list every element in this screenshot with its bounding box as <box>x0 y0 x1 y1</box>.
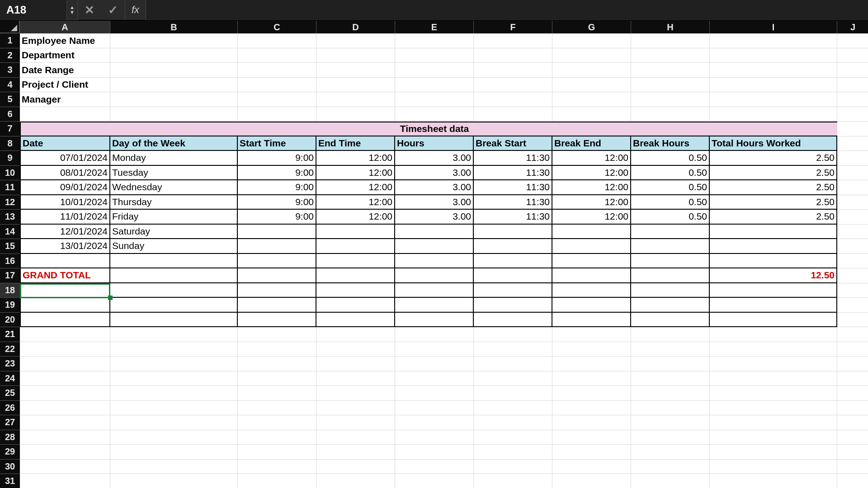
cell[interactable]: 3.00 <box>395 195 474 210</box>
cell[interactable] <box>552 342 631 357</box>
cell[interactable] <box>316 33 395 48</box>
col-header-D[interactable]: D <box>316 21 395 33</box>
cell[interactable] <box>552 371 631 386</box>
cell[interactable] <box>837 268 868 283</box>
cell[interactable]: 12:00 <box>552 210 631 225</box>
cell[interactable]: 9:00 <box>238 151 316 166</box>
cell[interactable] <box>316 225 395 239</box>
cell[interactable] <box>316 78 395 93</box>
cell[interactable] <box>20 327 110 342</box>
cell[interactable] <box>238 357 316 371</box>
cell[interactable] <box>316 92 395 107</box>
cell[interactable] <box>316 268 395 283</box>
cell[interactable]: Tuesday <box>110 166 238 181</box>
cell[interactable] <box>552 107 631 122</box>
cell[interactable] <box>631 92 710 107</box>
cell[interactable] <box>710 445 837 460</box>
cell[interactable] <box>20 357 110 371</box>
grid[interactable]: Employee NameDepartmentDate RangeProject… <box>20 33 868 488</box>
cell[interactable] <box>837 151 868 166</box>
row-header-5[interactable]: 5 <box>0 92 20 107</box>
cell[interactable] <box>395 33 474 48</box>
cell[interactable] <box>631 122 710 136</box>
cell[interactable] <box>837 401 868 416</box>
cell[interactable]: 09/01/2024 <box>20 180 110 195</box>
cell[interactable] <box>552 357 631 371</box>
cell[interactable] <box>710 225 837 239</box>
cell[interactable] <box>238 254 316 269</box>
cell[interactable] <box>631 48 710 63</box>
cell[interactable] <box>837 254 868 269</box>
name-box[interactable]: A18 <box>0 0 67 20</box>
cell[interactable] <box>837 415 868 430</box>
cell[interactable] <box>20 107 110 122</box>
cell[interactable]: Start Time <box>238 136 316 151</box>
cell[interactable]: 9:00 <box>238 166 316 181</box>
col-header-A[interactable]: A <box>20 21 110 33</box>
cell[interactable] <box>474 342 552 357</box>
cell[interactable] <box>837 342 868 357</box>
cell[interactable] <box>395 107 474 122</box>
cell[interactable]: 12:00 <box>316 151 395 166</box>
cell[interactable] <box>316 474 395 488</box>
row-header-25[interactable]: 25 <box>0 386 20 401</box>
cell[interactable] <box>395 327 474 342</box>
cell[interactable] <box>710 474 837 488</box>
cell[interactable] <box>710 386 837 401</box>
cell[interactable] <box>474 63 552 78</box>
col-header-F[interactable]: F <box>474 21 552 33</box>
cell[interactable] <box>238 474 316 488</box>
cell[interactable] <box>631 460 710 474</box>
cell[interactable] <box>631 445 710 460</box>
cell[interactable] <box>110 92 238 107</box>
cell[interactable] <box>631 401 710 416</box>
cell[interactable] <box>710 430 837 445</box>
accept-button[interactable]: ✓ <box>101 0 125 20</box>
cell[interactable] <box>474 33 552 48</box>
cell[interactable] <box>710 357 837 371</box>
row-header-16[interactable]: 16 <box>0 254 20 269</box>
cell[interactable] <box>552 254 631 269</box>
cell[interactable] <box>837 195 868 210</box>
cell[interactable] <box>316 122 395 136</box>
row-header-10[interactable]: 10 <box>0 166 20 181</box>
row-header-8[interactable]: 8 <box>0 136 20 151</box>
cell[interactable] <box>395 298 474 313</box>
fill-handle[interactable] <box>108 296 113 300</box>
cell[interactable] <box>316 445 395 460</box>
cell[interactable] <box>552 33 631 48</box>
cell[interactable]: End Time <box>316 136 395 151</box>
cell[interactable] <box>110 445 238 460</box>
cell[interactable] <box>474 283 552 298</box>
cell[interactable] <box>631 386 710 401</box>
cell[interactable] <box>474 460 552 474</box>
cell[interactable]: 0.50 <box>631 195 710 210</box>
cell[interactable]: Day of the Week <box>110 136 238 151</box>
cell[interactable] <box>110 313 238 328</box>
cell[interactable] <box>474 225 552 239</box>
col-header-G[interactable]: G <box>552 21 631 33</box>
cell[interactable] <box>631 430 710 445</box>
cell[interactable] <box>710 327 837 342</box>
cell[interactable]: Project / Client <box>20 78 110 93</box>
cell[interactable] <box>837 357 868 371</box>
cell[interactable]: Friday <box>110 210 238 225</box>
cell[interactable] <box>837 180 868 195</box>
cell[interactable] <box>20 298 110 313</box>
cell[interactable] <box>474 430 552 445</box>
cell[interactable] <box>395 474 474 488</box>
cell[interactable] <box>238 401 316 416</box>
cell[interactable] <box>552 92 631 107</box>
cell[interactable] <box>20 371 110 386</box>
cell[interactable]: Timesheet data <box>395 122 474 136</box>
cell[interactable] <box>110 298 238 313</box>
cell[interactable] <box>837 298 868 313</box>
cell[interactable] <box>238 460 316 474</box>
cell[interactable]: 3.00 <box>395 180 474 195</box>
cell[interactable] <box>631 254 710 269</box>
cell[interactable] <box>710 254 837 269</box>
cell[interactable] <box>837 430 868 445</box>
row-header-1[interactable]: 1 <box>0 33 20 48</box>
cell[interactable] <box>552 283 631 298</box>
cell[interactable]: Monday <box>110 151 238 166</box>
